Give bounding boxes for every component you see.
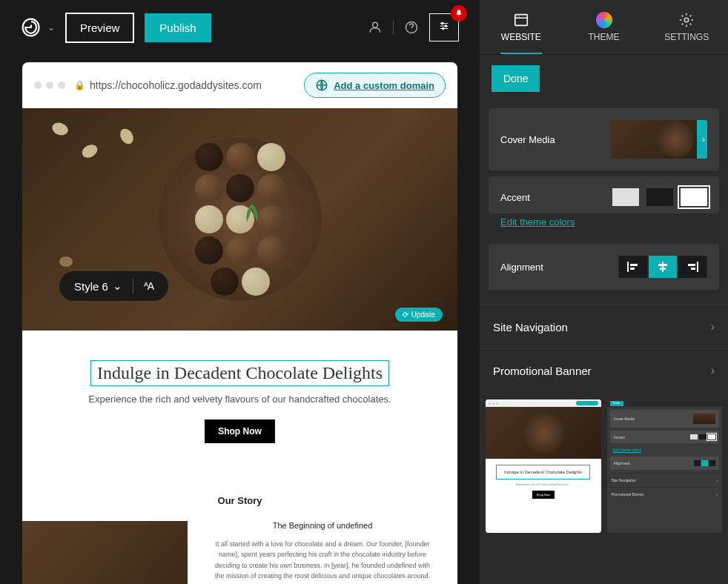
align-right-button[interactable]: [678, 256, 707, 278]
svg-point-2: [442, 22, 443, 24]
color-wheel-icon: [596, 12, 612, 28]
svg-rect-6: [515, 15, 528, 26]
url-display: 🔒 https://chocoholicz.godaddysites.com: [74, 79, 262, 91]
tab-settings[interactable]: SETTINGS: [645, 0, 728, 54]
cover-media-panel[interactable]: Cover Media ›: [489, 108, 719, 170]
preview-button[interactable]: Preview: [65, 13, 134, 43]
accent-swatch-light[interactable]: [612, 188, 639, 206]
divider: [133, 279, 133, 293]
publish-button[interactable]: Publish: [145, 13, 211, 42]
refresh-icon: ⟳: [403, 311, 408, 319]
browser-window-icon: [513, 12, 529, 28]
edit-theme-colors-link[interactable]: Edit theme colors: [480, 216, 728, 238]
svg-point-3: [445, 25, 446, 27]
promotional-banner-section[interactable]: Promotional Banner ›: [480, 348, 728, 392]
align-left-icon: [627, 262, 639, 272]
story-body: It all started with a love for chocolate…: [210, 539, 435, 582]
accent-swatch-white[interactable]: [681, 188, 707, 206]
story-image[interactable]: [22, 521, 188, 584]
accent-swatch-dark[interactable]: [646, 188, 673, 206]
align-center-icon: [657, 262, 669, 272]
chevron-right-icon: ›: [702, 134, 705, 145]
window-dots: [34, 82, 65, 89]
notification-badge: [451, 5, 467, 21]
lock-icon: 🔒: [74, 80, 85, 90]
update-button[interactable]: ⟳ Update: [395, 308, 443, 322]
svg-rect-12: [658, 264, 667, 266]
align-center-button[interactable]: [649, 256, 677, 278]
accent-panel: Accent: [489, 176, 719, 213]
chevron-down-icon: ⌄: [113, 279, 122, 293]
svg-rect-15: [688, 264, 695, 266]
done-button[interactable]: Done: [492, 65, 540, 92]
headline-input[interactable]: Indulge in Decadent Chocolate Delights: [90, 360, 389, 386]
preview-thumbnail-left[interactable]: Indulge in Decadent Chocolate Delights E…: [486, 399, 601, 533]
gear-icon: [678, 12, 695, 28]
svg-rect-10: [630, 268, 635, 270]
style-selector[interactable]: Style 6 ⌄: [74, 279, 122, 293]
story-heading: The Beginning of undefined: [210, 521, 435, 530]
chevron-right-icon: ›: [711, 320, 715, 334]
settings-toggle-button[interactable]: [429, 13, 459, 42]
svg-point-4: [443, 27, 444, 29]
style-toolbar[interactable]: Style 6 ⌄ ᴬA: [59, 271, 168, 301]
zoom-thumbnails: Indulge in Decadent Chocolate Delights E…: [480, 392, 728, 533]
svg-rect-14: [697, 262, 698, 272]
user-icon[interactable]: [368, 20, 383, 35]
chevron-down-icon: ⌄: [47, 22, 55, 33]
svg-point-0: [373, 22, 378, 27]
preview-thumbnail-right[interactable]: Done Cover Media Accent Edit theme color…: [607, 399, 723, 533]
divider: [393, 21, 394, 34]
chevron-right-icon: ›: [711, 364, 715, 377]
alignment-panel: Alignment: [489, 244, 719, 290]
brand-logo[interactable]: ⌄: [21, 17, 55, 38]
shop-now-button[interactable]: Shop Now: [205, 419, 275, 443]
font-size-button[interactable]: ᴬA: [144, 280, 153, 292]
svg-point-7: [684, 18, 689, 22]
tab-website[interactable]: WEBSITE: [480, 0, 563, 54]
align-left-button[interactable]: [619, 256, 647, 278]
globe-icon: [315, 79, 328, 92]
align-right-icon: [686, 262, 698, 272]
story-title: Our Story: [22, 495, 457, 506]
svg-rect-8: [627, 262, 629, 272]
svg-rect-11: [662, 262, 664, 272]
cover-media-thumbnail[interactable]: ›: [611, 120, 707, 159]
svg-rect-9: [630, 264, 638, 266]
tab-theme[interactable]: THEME: [563, 0, 646, 54]
subtitle-text[interactable]: Experience the rich and velvety flavours…: [22, 394, 457, 405]
svg-rect-13: [660, 268, 666, 270]
svg-rect-16: [691, 268, 695, 270]
godaddy-logo-icon: [21, 17, 42, 38]
site-navigation-section[interactable]: Site Navigation ›: [480, 305, 728, 348]
help-icon[interactable]: [404, 20, 419, 35]
add-domain-button[interactable]: Add a custom domain: [304, 73, 446, 98]
site-preview: 🔒 https://chocoholicz.godaddysites.com A…: [22, 62, 457, 584]
